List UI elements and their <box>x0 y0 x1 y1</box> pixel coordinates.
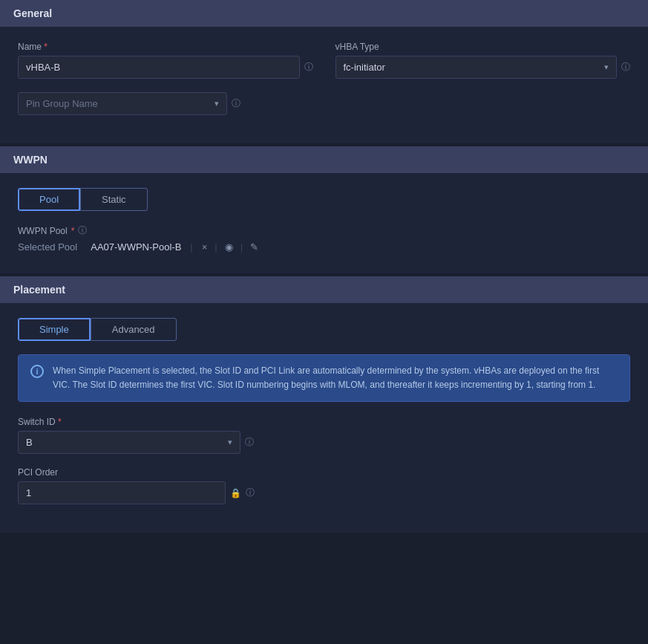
vhba-type-value: fc-initiator <box>344 62 385 73</box>
wwpn-pool-tab[interactable]: Pool <box>18 188 80 211</box>
switch-id-row: Switch ID * B ▾ ⓘ <box>18 417 630 454</box>
wwpn-static-tab[interactable]: Static <box>80 188 148 211</box>
pin-group-select[interactable]: Pin Group Name ▾ <box>18 92 227 115</box>
pool-eye-icon[interactable]: ◉ <box>225 241 233 253</box>
general-form-row-1: Name * ⓘ vHBA Type fc-initiator ▾ <box>18 42 630 79</box>
wwpn-section-header: WWPN <box>0 146 648 173</box>
vhba-type-chevron-icon: ▾ <box>604 62 609 72</box>
vhba-type-select[interactable]: fc-initiator ▾ <box>336 56 618 79</box>
switch-id-chevron-icon: ▾ <box>228 438 232 447</box>
name-input-wrapper: ⓘ <box>18 56 313 79</box>
pin-group-chevron-icon: ▾ <box>215 99 219 108</box>
pci-order-label: PCI Order <box>18 467 630 478</box>
pci-order-row: PCI Order 🔒 ⓘ <box>18 467 630 504</box>
pci-order-info-icon[interactable]: ⓘ <box>246 487 255 499</box>
switch-id-value: B <box>26 437 33 448</box>
pool-actions: × | ◉ | ✎ <box>202 241 258 253</box>
vhba-type-input-wrapper: fc-initiator ▾ ⓘ <box>336 56 631 79</box>
wwpn-title: WWPN <box>13 154 48 166</box>
placement-section-header: Placement <box>0 276 648 303</box>
name-input[interactable] <box>18 56 300 79</box>
name-form-group: Name * ⓘ <box>18 42 313 79</box>
switch-id-select[interactable]: B ▾ <box>18 431 240 454</box>
name-label: Name * <box>18 42 313 52</box>
placement-simple-tab[interactable]: Simple <box>18 318 91 341</box>
vhba-type-label: vHBA Type <box>336 42 631 52</box>
vhba-type-info-icon[interactable]: ⓘ <box>621 61 630 74</box>
placement-info-alert: i When Simple Placement is selected, the… <box>18 354 630 402</box>
info-alert-icon: i <box>30 365 44 378</box>
vhba-type-form-group: vHBA Type fc-initiator ▾ ⓘ <box>336 42 631 79</box>
general-section-header: General <box>0 0 648 27</box>
pin-group-input-wrapper: Pin Group Name ▾ ⓘ <box>18 92 240 115</box>
wwpn-pool-label: WWPN Pool <box>18 226 68 236</box>
placement-tab-group: Simple Advanced <box>18 318 630 341</box>
pool-divider-3: | <box>240 241 243 253</box>
general-section-content: Name * ⓘ vHBA Type fc-initiator ▾ <box>0 27 648 143</box>
wwpn-tab-group: Pool Static <box>18 188 630 211</box>
selected-pool-value: AA07-WWPN-Pool-B <box>91 241 181 253</box>
pool-divider-2: | <box>215 241 217 253</box>
switch-id-info-icon[interactable]: ⓘ <box>245 436 254 449</box>
switch-id-label: Switch ID * <box>18 417 630 427</box>
pin-group-info-icon[interactable]: ⓘ <box>232 97 240 110</box>
pin-group-placeholder: Pin Group Name <box>26 98 98 109</box>
wwpn-pool-info-icon[interactable]: ⓘ <box>78 224 87 237</box>
placement-advanced-tab[interactable]: Advanced <box>91 318 177 341</box>
pin-group-form-group: Pin Group Name ▾ ⓘ <box>18 92 240 115</box>
wwpn-section-content: Pool Static WWPN Pool * ⓘ Selected Pool … <box>0 173 648 273</box>
wwpn-pool-label-row: WWPN Pool * ⓘ <box>18 224 630 237</box>
selected-pool-label: Selected Pool <box>18 241 77 253</box>
general-form-row-2: Pin Group Name ▾ ⓘ <box>18 92 630 115</box>
switch-id-input-wrapper: B ▾ ⓘ <box>18 431 630 454</box>
info-alert-text: When Simple Placement is selected, the S… <box>53 364 618 392</box>
pci-order-lock-icon: 🔒 <box>230 488 241 498</box>
placement-title: Placement <box>13 284 65 296</box>
pool-divider-1: | <box>190 241 192 253</box>
pci-order-input[interactable] <box>18 481 226 504</box>
pool-edit-icon[interactable]: ✎ <box>250 241 258 253</box>
name-info-icon[interactable]: ⓘ <box>304 61 313 74</box>
placement-section-content: Simple Advanced i When Simple Placement … <box>0 303 648 533</box>
selected-pool-row: Selected Pool AA07-WWPN-Pool-B | × | ◉ |… <box>18 241 630 253</box>
pci-order-input-wrapper: 🔒 ⓘ <box>18 481 630 504</box>
page-container: General Name * ⓘ vHBA Type <box>0 0 648 533</box>
pool-clear-icon[interactable]: × <box>202 241 208 253</box>
general-title: General <box>13 7 52 19</box>
